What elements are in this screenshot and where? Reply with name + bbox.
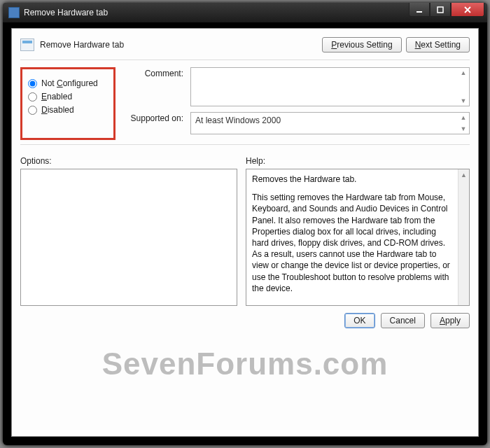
scroll-down-icon[interactable]: ▼ bbox=[458, 96, 469, 106]
maximize-button[interactable] bbox=[430, 3, 451, 17]
comment-scrollbar[interactable]: ▲ ▼ bbox=[458, 68, 469, 106]
close-button[interactable] bbox=[451, 3, 484, 17]
radio-not-configured-label[interactable]: Not Configured bbox=[41, 78, 98, 88]
app-icon bbox=[8, 7, 20, 18]
next-setting-button[interactable]: Next Setting bbox=[406, 37, 470, 52]
policy-icon bbox=[20, 38, 34, 51]
help-paragraph: This setting removes the Hardware tab fr… bbox=[252, 192, 455, 294]
supported-label: Supported on: bbox=[124, 112, 190, 123]
scroll-up-icon[interactable]: ▲ bbox=[458, 113, 469, 122]
supported-scrollbar[interactable]: ▲ ▼ bbox=[458, 113, 469, 134]
radio-disabled[interactable] bbox=[28, 106, 37, 115]
radio-enabled-label[interactable]: Enabled bbox=[41, 92, 72, 102]
ok-button[interactable]: OK bbox=[344, 313, 374, 328]
help-paragraph: Removes the Hardware tab. bbox=[252, 174, 455, 185]
watermark: SevenForums.com bbox=[12, 346, 478, 382]
options-label: Options: bbox=[20, 156, 237, 166]
help-label: Help: bbox=[246, 156, 470, 166]
supported-value: At least Windows 2000 bbox=[191, 113, 469, 128]
scroll-up-icon[interactable]: ▲ bbox=[458, 68, 469, 78]
svg-rect-0 bbox=[416, 11, 422, 13]
radio-disabled-label[interactable]: Disabled bbox=[41, 105, 74, 115]
window-title: Remove Hardware tab bbox=[24, 8, 108, 18]
previous-setting-button[interactable]: Previous Setting bbox=[322, 37, 401, 52]
scroll-up-icon[interactable]: ▲ bbox=[458, 169, 469, 181]
divider bbox=[20, 144, 470, 145]
scroll-down-icon[interactable]: ▼ bbox=[458, 124, 469, 134]
apply-button[interactable]: Apply bbox=[430, 313, 470, 328]
state-radio-group: Not Configured Enabled Disabled bbox=[20, 67, 115, 140]
cancel-button[interactable]: Cancel bbox=[381, 313, 425, 328]
supported-field: At least Windows 2000 ▲ ▼ bbox=[190, 112, 470, 134]
titlebar[interactable]: Remove Hardware tab bbox=[3, 3, 487, 22]
options-panel bbox=[20, 169, 237, 306]
radio-not-configured[interactable] bbox=[28, 79, 37, 88]
policy-title: Remove Hardware tab bbox=[40, 40, 322, 50]
radio-enabled[interactable] bbox=[28, 92, 37, 102]
minimize-button[interactable] bbox=[409, 3, 430, 17]
help-panel: Removes the Hardware tab. This setting r… bbox=[246, 169, 470, 306]
help-scrollbar[interactable]: ▲ bbox=[458, 169, 469, 305]
divider bbox=[20, 59, 470, 60]
svg-rect-1 bbox=[438, 7, 443, 13]
comment-label: Comment: bbox=[124, 67, 190, 78]
comment-field[interactable]: ▲ ▼ bbox=[190, 67, 470, 106]
